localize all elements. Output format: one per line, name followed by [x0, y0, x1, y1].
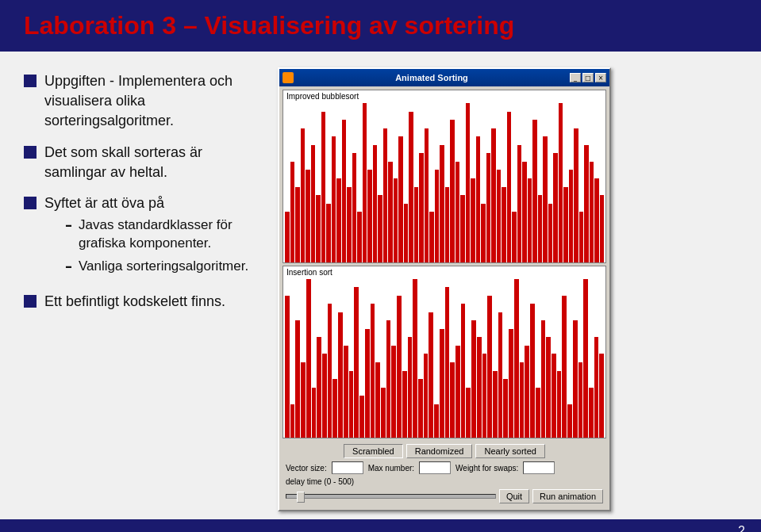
chart-bar	[383, 128, 388, 262]
chart-bar	[316, 195, 321, 262]
chart-bar	[440, 329, 444, 438]
chart-bar	[538, 195, 543, 262]
chart-bar	[326, 204, 331, 262]
bullet-text-3: Syftet är att öva på	[44, 195, 164, 211]
chart-bar	[312, 388, 317, 438]
chart-bar	[578, 362, 583, 438]
chart-bar	[497, 170, 502, 262]
chart-bar	[328, 304, 332, 438]
chart-bar	[481, 204, 486, 262]
vector-size-input[interactable]	[332, 461, 363, 474]
chart-bar	[285, 212, 290, 262]
chart-bar	[306, 279, 311, 438]
chart-bar	[371, 304, 375, 438]
scrambled-button[interactable]: Scrambled	[344, 444, 403, 458]
chart-bar	[338, 312, 343, 438]
chart-bar	[301, 128, 306, 262]
chart-bar	[520, 362, 525, 438]
chart-bar	[344, 346, 348, 438]
chart-bar	[440, 145, 444, 262]
chart-bar	[363, 103, 367, 262]
chart-bar	[491, 128, 496, 262]
chart-bar	[347, 187, 352, 262]
slide-title: Laboration 3 – Visualisering av sorterin…	[24, 11, 737, 40]
chart-bar	[486, 153, 491, 262]
chart-bar	[295, 187, 300, 262]
chart-bar	[352, 153, 357, 262]
chart-bar	[498, 312, 503, 438]
chart-bar	[557, 371, 562, 438]
max-number-input[interactable]	[419, 461, 451, 474]
chart-bar	[471, 178, 475, 262]
chart-bar	[567, 404, 572, 438]
delay-label-row: delay time (0 - 500)	[286, 477, 603, 486]
chart-bar	[398, 136, 403, 262]
vector-size-label: Vector size:	[286, 464, 327, 473]
bullet-3: Syftet är att öva på – Javas standardkla…	[24, 193, 262, 281]
chart-bar	[589, 388, 594, 438]
bullet-square-3	[24, 197, 37, 209]
chart-bar	[429, 212, 434, 262]
chart-bar	[301, 362, 306, 438]
randomized-button[interactable]: Randomized	[406, 444, 473, 458]
sub-bullet-text-3-2: Vanliga sorteringsalgoritmer.	[79, 258, 248, 276]
chart-bar	[332, 136, 336, 262]
chart-bar	[317, 337, 321, 438]
chart-bar	[548, 204, 553, 262]
weight-swaps-input[interactable]	[523, 461, 555, 474]
java-window-title: Animated Sorting	[294, 73, 570, 82]
bullet-2: Det som skall sorteras är samlingar av h…	[24, 143, 262, 182]
chart-bar	[460, 195, 465, 262]
chart-bar	[466, 103, 471, 262]
chart-bar	[600, 195, 605, 262]
chart-bar	[562, 296, 567, 438]
close-button[interactable]: ×	[595, 73, 606, 82]
nearly-sorted-button[interactable]: Nearly sorted	[475, 444, 544, 458]
right-panel: Animated Sorting _ □ × Improved bubbleso…	[278, 67, 745, 511]
chart-bar	[404, 204, 409, 262]
chart-bar	[502, 187, 506, 262]
chart-bar	[354, 287, 359, 438]
delay-slider-track[interactable]	[286, 494, 496, 499]
chart-bar	[599, 354, 604, 438]
chart-bar	[532, 120, 537, 262]
chart-bar	[349, 371, 354, 438]
chart-bar	[388, 162, 393, 262]
chart-bar	[461, 304, 466, 438]
maximize-button[interactable]: □	[582, 73, 594, 82]
quit-button[interactable]: Quit	[499, 489, 529, 503]
chart-bar	[378, 195, 382, 262]
minimize-button[interactable]: _	[570, 73, 581, 82]
chart-bar	[414, 187, 419, 262]
java-body: Improved bubblesort Insertion sort Scram…	[279, 86, 609, 510]
chart-bar	[563, 187, 568, 262]
chart-bar	[594, 337, 599, 438]
chart-bar	[375, 362, 380, 438]
chart-bar	[408, 337, 413, 438]
java-app-icon	[282, 72, 294, 83]
chart-bar	[321, 112, 326, 262]
chart-bar	[509, 329, 513, 438]
dash-icon-1: –	[65, 216, 72, 233]
sub-bullet-3-2: – Vanliga sorteringsalgoritmer.	[65, 258, 262, 276]
chart-bar	[517, 145, 522, 262]
chart-bar	[445, 187, 450, 262]
sort-type-buttons: Scrambled Randomized Nearly sorted	[286, 444, 603, 458]
chart-bar	[434, 404, 439, 438]
chart-bar	[574, 128, 578, 262]
params-row: Vector size: Max number: Weight for swap…	[286, 461, 603, 474]
chart-bar	[295, 320, 300, 438]
chart-bar	[397, 296, 402, 438]
chart-bar	[536, 388, 540, 438]
chart-bar	[322, 354, 327, 438]
chart-bar	[332, 379, 337, 438]
run-animation-button[interactable]: Run animation	[532, 489, 603, 503]
chart-bar	[584, 145, 589, 262]
titlebar-buttons: _ □ ×	[570, 73, 606, 82]
chart-bar	[543, 136, 548, 262]
slider-action-row: Quit Run animation	[286, 489, 603, 503]
chart-bar	[394, 178, 398, 262]
delay-slider-thumb[interactable]	[297, 492, 305, 503]
chart-bar	[514, 279, 519, 438]
chart-bar	[413, 279, 417, 438]
